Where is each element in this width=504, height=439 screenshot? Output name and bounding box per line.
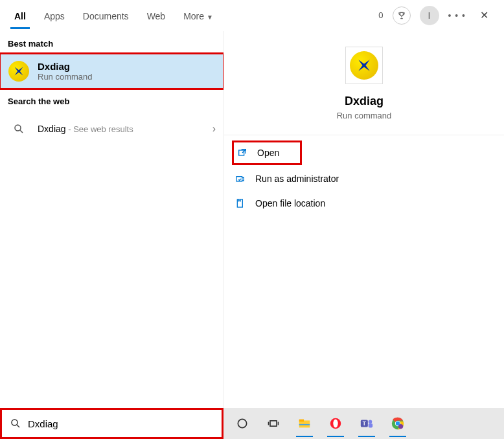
open-icon [236,147,248,159]
dxdiag-icon [350,51,378,80]
search-web-label: Search the web [0,89,223,111]
svg-rect-2 [239,150,244,155]
svg-rect-13 [299,424,310,425]
action-run-admin[interactable]: Run as administrator [224,166,504,191]
svg-point-24 [398,424,403,429]
web-result-title: Dxdiag - See web results [38,124,133,134]
tab-label: Apps [44,11,65,21]
shield-icon [235,173,246,185]
svg-point-5 [12,420,17,425]
divider [224,135,504,135]
svg-point-18 [369,420,372,424]
action-open[interactable]: Open [232,141,302,165]
result-texts: Dxdiag Run command [38,61,93,82]
result-title: Dxdiag [38,61,93,72]
best-match-label: Best match [0,31,223,54]
ellipsis-icon[interactable]: • • • [448,10,466,21]
search-icon [8,118,30,140]
action-open-location[interactable]: Open file location [224,191,504,216]
tab-label: Documents [83,11,129,21]
preview: Dxdiag Run command Open Run as administr… [224,31,504,216]
tab-more[interactable]: More▼ [174,3,222,28]
result-subtitle: Run command [38,72,93,82]
result-texts: Dxdiag - See web results [38,123,133,135]
search-icon [10,418,21,429]
svg-line-1 [20,130,23,133]
cortana-icon[interactable] [231,412,253,434]
search-box[interactable] [0,408,223,439]
tabs: All Apps Documents Web More▼ [5,3,222,28]
svg-point-0 [15,125,21,131]
svg-point-15 [333,420,338,428]
left-pane: Best match Dxdiag Run command Search the… [0,31,223,408]
avatar[interactable]: I [420,6,439,25]
close-icon[interactable]: ✕ [475,6,494,24]
tab-all[interactable]: All [5,3,35,28]
tab-apps[interactable]: Apps [35,3,74,28]
svg-line-6 [17,425,19,427]
tab-web[interactable]: Web [138,3,175,28]
header-right: 0 I • • • ✕ [378,6,499,25]
svg-point-7 [238,419,246,427]
header: All Apps Documents Web More▼ 0 I • • • ✕ [0,0,504,31]
opera-icon[interactable] [325,412,347,434]
bottom-bar: T [0,408,504,439]
explorer-icon[interactable] [293,412,315,434]
svg-rect-8 [270,421,277,426]
preview-title: Dxdiag [345,95,384,108]
taskbar: T [223,408,504,439]
best-match-result[interactable]: Dxdiag Run command [0,54,223,89]
avatar-initial: I [428,10,431,21]
right-pane: Dxdiag Run command Open Run as administr… [223,31,504,408]
svg-rect-19 [369,423,372,427]
folder-icon [235,197,246,209]
action-label: Open [257,148,279,158]
tab-label: All [14,11,26,21]
actions: Open Run as administrator Open file loca… [224,139,504,216]
chevron-right-icon: › [212,123,216,135]
trophy-icon[interactable] [393,6,411,25]
teams-icon[interactable]: T [356,412,378,434]
rewards-points: 0 [378,10,383,20]
action-label: Open file location [255,198,325,208]
preview-icon [345,47,383,84]
main: Best match Dxdiag Run command Search the… [0,31,504,408]
taskview-icon[interactable] [262,412,284,434]
chrome-icon[interactable] [387,412,409,434]
dxdiag-icon [8,60,30,82]
web-result[interactable]: Dxdiag - See web results › [0,111,223,146]
tab-label: Web [147,11,166,21]
chevron-down-icon: ▼ [207,14,213,21]
tab-documents[interactable]: Documents [74,3,138,28]
action-label: Run as administrator [255,174,339,184]
web-result-suffix: - See web results [66,124,133,134]
search-input[interactable] [28,418,214,429]
svg-text:T: T [363,421,366,427]
preview-subtitle: Run command [337,111,392,120]
svg-rect-12 [299,420,304,422]
web-result-term: Dxdiag [38,124,66,134]
tab-label: More [183,11,204,21]
